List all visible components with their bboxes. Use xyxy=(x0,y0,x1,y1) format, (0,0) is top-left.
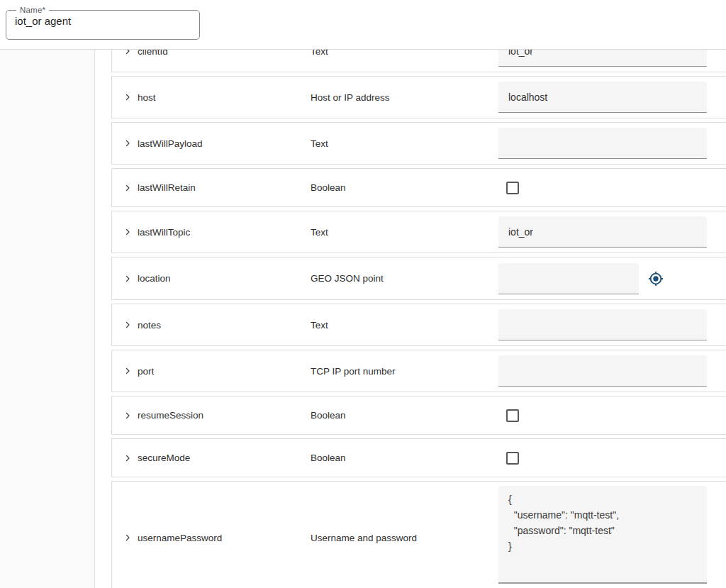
property-row: secureMode Boolean xyxy=(111,438,726,477)
property-value-input[interactable] xyxy=(498,128,707,159)
property-name-cell: location xyxy=(112,273,311,284)
property-value-cell xyxy=(498,182,726,194)
form-body: clientId Text host Host or IP address la… xyxy=(0,50,726,588)
name-input[interactable] xyxy=(15,15,191,27)
property-type: Text xyxy=(311,320,498,331)
property-name-cell: clientId xyxy=(112,50,311,57)
property-type: Boolean xyxy=(311,182,498,193)
property-name: lastWillRetain xyxy=(138,182,196,193)
property-row: host Host or IP address xyxy=(111,76,726,118)
property-row: port TCP IP port number xyxy=(111,350,726,392)
property-name-cell: notes xyxy=(112,320,311,331)
property-value-input[interactable] xyxy=(498,50,707,67)
property-name: resumeSession xyxy=(138,410,203,421)
device-properties-form: Name* clientId Text host Host or IP addr… xyxy=(0,0,726,588)
name-field-label: Name* xyxy=(16,6,49,14)
property-name-cell: lastWillPayload xyxy=(112,138,311,149)
property-name-cell: lastWillTopic xyxy=(112,227,311,238)
property-value-cell xyxy=(498,452,726,465)
property-name-cell: usernamePassword xyxy=(112,533,311,543)
property-name: secureMode xyxy=(138,453,190,463)
property-value-cell xyxy=(498,216,726,248)
property-value-cell xyxy=(498,50,726,67)
property-row: lastWillTopic Text xyxy=(111,211,726,253)
property-value-cell xyxy=(498,409,726,422)
property-value-input[interactable] xyxy=(498,355,707,387)
property-value-input[interactable] xyxy=(498,309,707,340)
property-row: lastWillPayload Text xyxy=(111,122,726,165)
gps-fixed-icon[interactable] xyxy=(648,271,664,287)
property-name: host xyxy=(138,92,156,103)
property-value-input[interactable] xyxy=(498,216,707,248)
property-row: resumeSession Boolean xyxy=(111,396,726,435)
property-type: Boolean xyxy=(311,453,498,463)
property-name-cell: resumeSession xyxy=(112,410,311,421)
property-name: port xyxy=(138,366,154,377)
chevron-right-icon[interactable] xyxy=(123,139,132,148)
property-name: clientId xyxy=(138,50,168,57)
json-value-textarea[interactable] xyxy=(498,486,707,584)
property-row: lastWillRetain Boolean xyxy=(111,168,726,207)
property-name-cell: secureMode xyxy=(112,453,311,463)
property-name: location xyxy=(138,273,171,284)
property-type: GEO JSON point xyxy=(311,273,498,284)
chevron-right-icon[interactable] xyxy=(123,533,132,542)
property-name-cell: host xyxy=(112,92,311,103)
chevron-right-icon[interactable] xyxy=(123,411,132,420)
boolean-checkbox[interactable] xyxy=(506,182,519,194)
chevron-right-icon[interactable] xyxy=(123,93,132,101)
property-value-cell xyxy=(498,263,726,294)
property-row: notes Text xyxy=(111,304,726,346)
chevron-right-icon[interactable] xyxy=(123,321,132,329)
chevron-right-icon[interactable] xyxy=(123,367,132,375)
property-type: Host or IP address xyxy=(311,92,498,103)
property-value-input[interactable] xyxy=(498,82,707,113)
chevron-right-icon[interactable] xyxy=(123,50,132,55)
chevron-right-icon[interactable] xyxy=(123,184,132,192)
name-field: Name* xyxy=(6,6,200,40)
property-value-cell xyxy=(498,486,726,584)
property-type: Boolean xyxy=(311,410,498,421)
panel-gutter xyxy=(95,50,111,588)
chevron-right-icon[interactable] xyxy=(123,228,132,236)
property-value-cell xyxy=(498,128,726,159)
property-type: Text xyxy=(311,50,498,57)
properties-table-viewport: clientId Text host Host or IP address la… xyxy=(111,50,726,588)
property-name-cell: port xyxy=(112,366,311,377)
property-name: lastWillPayload xyxy=(138,138,203,149)
property-name: lastWillTopic xyxy=(138,227,190,238)
property-type: TCP IP port number xyxy=(311,366,498,377)
chevron-right-icon[interactable] xyxy=(123,274,132,283)
property-row: usernamePassword Username and password xyxy=(111,481,726,588)
property-row: clientId Text xyxy=(111,50,726,72)
property-name-cell: lastWillRetain xyxy=(112,182,311,193)
geo-value-input[interactable] xyxy=(498,263,639,294)
form-header: Name* xyxy=(0,0,726,50)
property-type: Username and password xyxy=(311,533,498,543)
chevron-right-icon[interactable] xyxy=(123,454,132,462)
property-value-cell xyxy=(498,82,726,113)
property-value-cell xyxy=(498,355,726,387)
left-panel xyxy=(0,50,95,588)
property-name: notes xyxy=(138,320,161,331)
boolean-checkbox[interactable] xyxy=(506,452,519,465)
boolean-checkbox[interactable] xyxy=(506,409,519,422)
property-value-cell xyxy=(498,309,726,340)
property-type: Text xyxy=(311,138,498,149)
property-row: location GEO JSON point xyxy=(111,257,726,300)
property-name: usernamePassword xyxy=(138,533,222,543)
properties-table: clientId Text host Host or IP address la… xyxy=(111,50,726,588)
property-type: Text xyxy=(311,227,498,238)
